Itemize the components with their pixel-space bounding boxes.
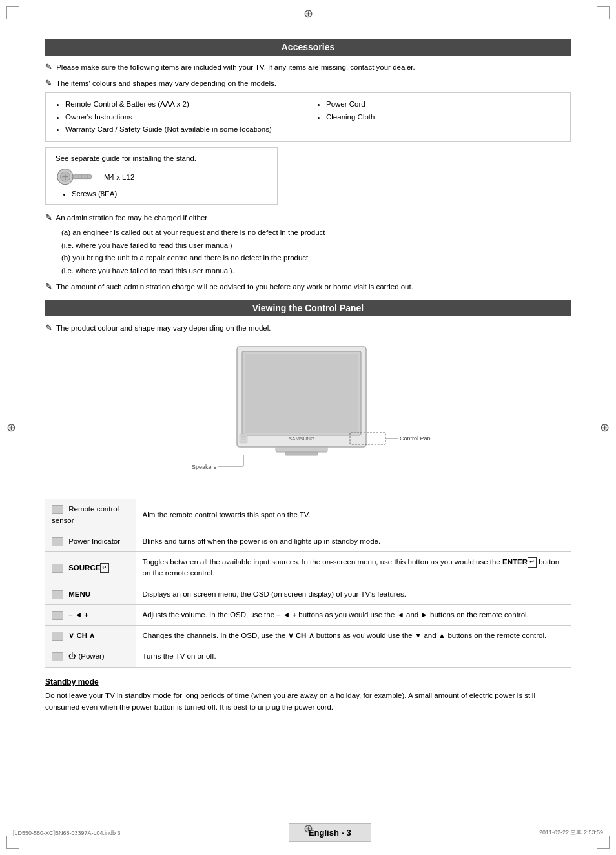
table-cell-label: SOURCE↵: [45, 552, 136, 584]
standby-section: Standby mode Do not leave your TV in sta…: [45, 677, 571, 714]
table-cell-desc: Changes the channels. In the OSD, use th…: [136, 626, 571, 646]
table-row: SOURCE↵ Toggles between all the availabl…: [45, 552, 571, 584]
enter-symbol: ↵: [100, 563, 109, 573]
table-cell-desc: Turns the TV on or off.: [136, 646, 571, 667]
svg-text:Speakers: Speakers: [192, 464, 217, 470]
footer-center: English - 3: [289, 823, 371, 842]
standby-title: Standby mode: [45, 677, 571, 686]
table-cell-label: Power Indicator: [45, 531, 136, 551]
center-mark-right: ⊕: [600, 420, 610, 435]
stand-items: Screws (8EA): [56, 190, 267, 198]
accessories-col-right: Power Cord Cleaning Cloth: [314, 98, 562, 136]
table-cell-label: ⏻ (Power): [45, 646, 136, 667]
control-panel-note: ✎ The product colour and shape may vary …: [45, 322, 571, 335]
svg-text:Control Panel: Control Panel: [400, 435, 431, 442]
volume-label: – ◄ +: [68, 611, 88, 619]
admin-item: (i.e. where you have failed to read this…: [61, 265, 571, 278]
accessories-header: Accessories: [45, 39, 571, 56]
center-mark-top: ⊕: [303, 6, 313, 21]
channel-label: ∨ CH ∧: [68, 632, 95, 639]
note-icon-1: ✎: [45, 61, 52, 74]
tv-diagram: SAMSUNG Control Panel: [185, 340, 431, 484]
accessories-note2: ✎ The items' colours and shapes may vary…: [45, 77, 571, 90]
svg-text:SAMSUNG: SAMSUNG: [289, 436, 314, 442]
control-panel-table: Remote control sensor Aim the remote con…: [45, 499, 571, 667]
accessories-list-box: Remote Control & Batteries (AAA x 2) Own…: [45, 92, 571, 142]
accessories-list-right: Power Cord Cleaning Cloth: [314, 98, 562, 123]
power-indicator-icon: [52, 537, 63, 546]
table-row: ⏻ (Power) Turns the TV on or off.: [45, 646, 571, 667]
svg-rect-12: [245, 354, 358, 433]
table-row: Power Indicator Blinks and turns off whe…: [45, 531, 571, 551]
table-cell-desc: Blinks and turns off when the power is o…: [136, 531, 571, 551]
admin-item: (a) an engineer is called out at your re…: [61, 227, 571, 240]
admin-note: ✎ An administration fee may be charged i…: [45, 211, 571, 224]
menu-label: MENU: [68, 590, 90, 598]
accessories-note1: ✎ Please make sure the following items a…: [45, 61, 571, 74]
screw-illustration: [56, 167, 94, 187]
admin-note2: ✎ The amount of such administration char…: [45, 280, 571, 293]
list-item: Owner's Instructions: [65, 111, 302, 124]
admin-item: (i.e. where you have failed to read this…: [61, 240, 571, 252]
enter-symbol-inline: ↵: [528, 557, 537, 568]
list-item: Cleaning Cloth: [326, 111, 562, 124]
footer-left: [LD550-580-XC]BN68-03397A-L04.indb 3: [13, 830, 121, 836]
admin-indent-items: (a) an engineer is called out at your re…: [61, 227, 571, 277]
list-item: Remote Control & Batteries (AAA x 2): [65, 98, 302, 111]
power-label: ⏻ (Power): [68, 652, 104, 660]
admin-fee-section: ✎ An administration fee may be charged i…: [45, 211, 571, 293]
tv-svg: SAMSUNG Control Panel: [185, 340, 431, 482]
table-cell-label: ∨ CH ∧: [45, 626, 136, 646]
source-label: SOURCE: [68, 564, 100, 572]
tv-diagram-container: SAMSUNG Control Panel: [45, 340, 571, 489]
table-row: – ◄ + Adjusts the volume. In the OSD, us…: [45, 604, 571, 625]
table-row: Remote control sensor Aim the remote con…: [45, 499, 571, 531]
table-cell-desc: Displays an on-screen menu, the OSD (on …: [136, 584, 571, 604]
table-cell-label: MENU: [45, 584, 136, 604]
source-icon: [52, 564, 63, 573]
screw-label: M4 x L12: [104, 173, 134, 181]
volume-icon: [52, 611, 63, 620]
accessories-col-left: Remote Control & Batteries (AAA x 2) Own…: [54, 98, 302, 136]
control-panel-section: Viewing the Control Panel ✎ The product …: [45, 300, 571, 714]
svg-rect-15: [276, 447, 327, 452]
list-item: Warranty Card / Safety Guide (Not availa…: [65, 123, 302, 136]
note-icon-3: ✎: [45, 211, 52, 224]
accessories-columns: Remote Control & Batteries (AAA x 2) Own…: [54, 98, 562, 136]
note-icon-2: ✎: [45, 77, 52, 90]
sensor-icon: [52, 505, 63, 514]
table-cell-desc: Toggles between all the available input …: [136, 552, 571, 584]
power-button-icon: [52, 652, 63, 661]
control-panel-header: Viewing the Control Panel: [45, 300, 571, 316]
note-icon-5: ✎: [45, 322, 52, 335]
table-row: ∨ CH ∧ Changes the channels. In the OSD,…: [45, 626, 571, 646]
stand-guide-box: See separate guide for installing the st…: [45, 147, 278, 205]
standby-text: Do not leave your TV in standby mode for…: [45, 690, 571, 714]
svg-rect-16: [285, 452, 318, 455]
list-item: Power Cord: [326, 98, 562, 111]
channel-icon: [52, 632, 63, 641]
accessories-list-left: Remote Control & Batteries (AAA x 2) Own…: [54, 98, 302, 136]
admin-item: (b) you bring the unit to a repair centr…: [61, 252, 571, 265]
center-mark-bottom: ⊕: [303, 821, 313, 836]
stand-screw-area: M4 x L12: [56, 167, 267, 187]
corner-mark-tl: [6, 6, 19, 19]
table-cell-label: – ◄ +: [45, 604, 136, 625]
footer-right: 2011-02-22 오후 2:53:59: [539, 829, 603, 837]
menu-icon: [52, 590, 63, 599]
center-mark-left: ⊕: [6, 420, 16, 435]
table-cell-desc: Aim the remote control towards this spot…: [136, 499, 571, 531]
table-cell-label: Remote control sensor: [45, 499, 136, 531]
note-icon-4: ✎: [45, 280, 52, 293]
table-cell-desc: Adjusts the volume. In the OSD, use the …: [136, 604, 571, 625]
svg-rect-17: [240, 434, 247, 443]
corner-mark-tr: [597, 6, 610, 19]
stand-guide-text: See separate guide for installing the st…: [56, 154, 267, 162]
table-row: MENU Displays an on-screen menu, the OSD…: [45, 584, 571, 604]
list-item: Screws (8EA): [72, 190, 267, 198]
